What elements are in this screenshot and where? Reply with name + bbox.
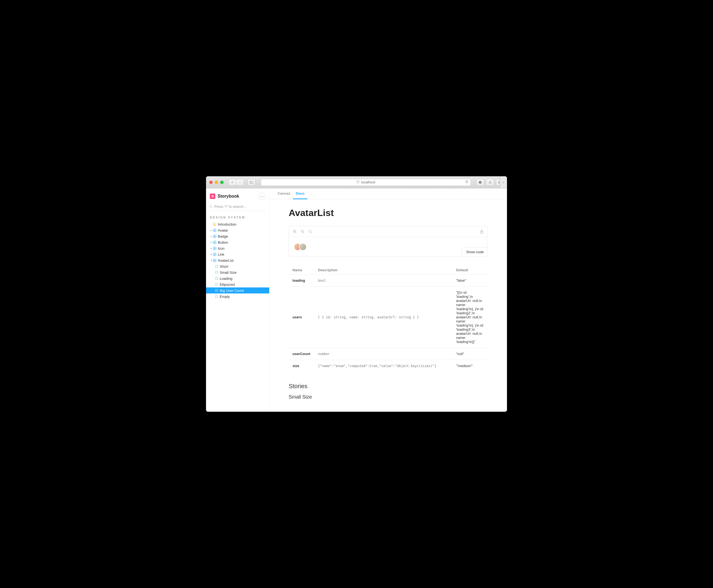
- sidebar-item-label: Avatar: [218, 228, 228, 232]
- sidebar-item-label: Button: [218, 240, 228, 245]
- sidebar-story-short[interactable]: Short: [206, 263, 269, 269]
- minimize-window-button[interactable]: [215, 181, 218, 184]
- sidebar-component-button[interactable]: ▸Button: [206, 239, 269, 245]
- forward-button[interactable]: [236, 179, 244, 186]
- svg-point-39: [309, 230, 311, 232]
- component-icon: [213, 247, 216, 250]
- table-row: userCountnumber"null": [289, 348, 488, 360]
- sidebar-story-empty[interactable]: Empty: [206, 293, 269, 299]
- tab-separator: [309, 191, 309, 196]
- table-row: users[ { id: string, name: string, avata…: [289, 287, 488, 348]
- avatar: [299, 243, 307, 251]
- sidebar-story-big-user-count[interactable]: Big User Count: [206, 288, 269, 293]
- prop-description: [ { id: string, name: string, avatarUrl:…: [314, 287, 452, 348]
- share-button[interactable]: [486, 179, 494, 186]
- table-row: size{"name":"enum","computed":true,"valu…: [289, 360, 488, 372]
- bookmark-icon: [215, 271, 218, 274]
- reload-button[interactable]: [465, 180, 469, 184]
- sidebar-story-loading[interactable]: Loading: [206, 275, 269, 281]
- sidebar-section-label: DESIGN SYSTEM: [206, 214, 269, 221]
- sidebar-story-ellipsized[interactable]: Ellipsized: [206, 281, 269, 288]
- zoom-in-button[interactable]: [293, 229, 297, 234]
- sidebar-item-label: Ellipsized: [220, 282, 235, 287]
- sidebar-item-label: AvatarList: [218, 258, 234, 262]
- sidebar-component-avatarlist[interactable]: ▾AvatarList: [206, 257, 269, 263]
- prop-name: loading: [289, 275, 314, 287]
- prop-default: "false": [452, 275, 488, 287]
- prop-description: {"name":"enum","computed":true,"value":"…: [314, 360, 452, 372]
- svg-line-40: [311, 232, 312, 233]
- prop-description: number: [314, 348, 452, 360]
- svg-line-37: [303, 232, 304, 233]
- app-name: Storybook: [217, 194, 239, 199]
- tab-canvas[interactable]: Canvas: [275, 188, 293, 199]
- downloads-button[interactable]: [476, 179, 484, 186]
- prop-default: "null": [452, 348, 488, 360]
- docs-body: AvatarList: [269, 199, 507, 412]
- col-header-description: Description: [314, 266, 452, 275]
- show-code-button[interactable]: Show code: [462, 248, 488, 256]
- prop-default: "[{\n id: 'loading',\n avatarUrl: null,\…: [452, 287, 488, 348]
- sidebar-story-small-size[interactable]: Small Size: [206, 269, 269, 275]
- sidebar-item-label: Link: [218, 252, 224, 256]
- sidebar-doc-introduction[interactable]: Introduction: [206, 221, 269, 227]
- back-button[interactable]: [229, 179, 236, 186]
- new-tab-button[interactable]: +: [500, 176, 507, 188]
- preview-toolbar: [289, 226, 488, 237]
- prop-name: size: [289, 360, 314, 372]
- page-title: AvatarList: [289, 208, 488, 218]
- component-icon: [213, 253, 216, 256]
- prop-description: bool: [314, 275, 452, 287]
- zoom-out-button[interactable]: [300, 229, 305, 234]
- search-icon: [209, 205, 213, 208]
- story-heading: Small Size: [289, 394, 488, 400]
- sidebar-item-label: Loading: [220, 276, 232, 280]
- sidebar: S Storybook ··· Press "/" to search... D…: [206, 188, 269, 412]
- sidebar-item-label: Introduction: [218, 222, 236, 226]
- svg-point-9: [210, 205, 212, 208]
- sidebar-component-link[interactable]: ▸Link: [206, 251, 269, 257]
- site-info-icon: [356, 180, 360, 184]
- sidebar-menu-button[interactable]: ···: [258, 193, 265, 200]
- avatar-list-preview: [294, 243, 483, 251]
- search-input[interactable]: Press "/" to search...: [209, 203, 266, 211]
- close-window-button[interactable]: [209, 181, 213, 184]
- sidebar-component-icon[interactable]: ▸Icon: [206, 245, 269, 251]
- preview-panel: Show code: [289, 226, 488, 256]
- stories-heading: Stories: [289, 383, 488, 390]
- chevron-right-icon: ▸: [210, 253, 213, 256]
- sidebar-item-label: Icon: [218, 246, 224, 250]
- tabs-bar: CanvasDocs: [269, 188, 507, 199]
- chevron-right-icon: ▸: [210, 241, 213, 244]
- sidebar-component-badge[interactable]: ▸Badge: [206, 233, 269, 239]
- chevron-right-icon: ▸: [210, 235, 213, 238]
- open-isolated-button[interactable]: [479, 229, 484, 234]
- app-shell: S Storybook ··· Press "/" to search... D…: [206, 188, 507, 412]
- preview-canvas: Show code: [289, 237, 488, 256]
- bookmark-icon: [215, 265, 218, 268]
- toolbar-right: [476, 179, 504, 186]
- browser-titlebar: localhost +: [206, 176, 507, 188]
- content-area: CanvasDocs AvatarList: [269, 188, 507, 412]
- sidebar-toggle-button[interactable]: [247, 179, 255, 186]
- chevron-down-icon: ▾: [210, 259, 213, 262]
- url-bar[interactable]: localhost: [261, 179, 471, 186]
- maximize-window-button[interactable]: [220, 181, 223, 184]
- col-header-default: Default: [452, 266, 488, 275]
- window-controls: [209, 181, 223, 184]
- bookmark-icon: [215, 295, 218, 298]
- bookmark-icon: [215, 289, 218, 292]
- svg-rect-0: [250, 181, 253, 183]
- table-row: loadingbool"false": [289, 275, 488, 287]
- sidebar-component-avatar[interactable]: ▸Avatar: [206, 227, 269, 233]
- sidebar-item-label: Small Size: [220, 270, 236, 275]
- zoom-reset-button[interactable]: [308, 229, 312, 234]
- url-text: localhost: [361, 180, 375, 184]
- storybook-logo-icon: S: [210, 193, 215, 199]
- component-icon: [213, 240, 216, 244]
- component-icon: [213, 259, 216, 262]
- props-table: Name Description Default loadingbool"fal…: [289, 266, 488, 372]
- svg-line-33: [296, 232, 297, 233]
- tab-docs[interactable]: Docs: [293, 188, 307, 199]
- component-icon: [213, 235, 216, 238]
